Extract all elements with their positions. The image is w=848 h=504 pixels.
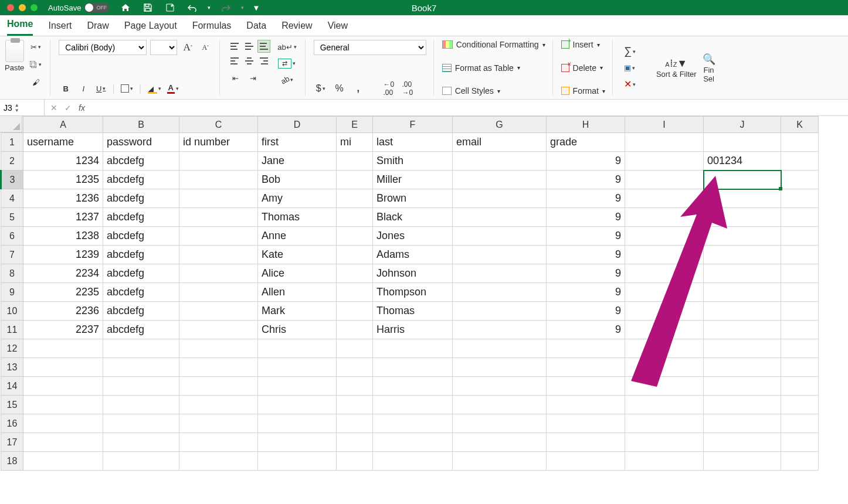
- autosave-toggle[interactable]: OFF: [84, 3, 109, 12]
- cell-G12[interactable]: [453, 339, 547, 358]
- cell-B9[interactable]: abcdefg: [103, 283, 179, 302]
- cell-F10[interactable]: Thomas: [373, 302, 453, 321]
- cell-K1[interactable]: [781, 133, 819, 152]
- cell-A8[interactable]: 2234: [23, 264, 103, 283]
- column-header-I[interactable]: I: [625, 117, 704, 133]
- cell-C16[interactable]: [179, 414, 258, 433]
- cell-K17[interactable]: [781, 433, 819, 452]
- row-header-1[interactable]: 1: [1, 133, 23, 152]
- cell-E14[interactable]: [337, 377, 373, 396]
- minimize-window-button[interactable]: [19, 4, 26, 11]
- cell-E4[interactable]: [337, 189, 373, 208]
- cell-H13[interactable]: [547, 358, 625, 377]
- cell-H16[interactable]: [547, 414, 625, 433]
- row-header-5[interactable]: 5: [1, 208, 23, 227]
- cell-E15[interactable]: [337, 396, 373, 414]
- cell-B13[interactable]: [103, 358, 179, 377]
- row-header-13[interactable]: 13: [1, 358, 23, 377]
- cell-G5[interactable]: [453, 208, 547, 227]
- cell-I10[interactable]: [625, 302, 704, 321]
- cell-E3[interactable]: [337, 171, 373, 189]
- cell-I13[interactable]: [625, 358, 704, 377]
- cell-A12[interactable]: [23, 339, 103, 358]
- row-header-6[interactable]: 6: [1, 227, 23, 246]
- cell-F4[interactable]: Brown: [373, 189, 453, 208]
- row-header-18[interactable]: 18: [1, 452, 23, 471]
- cell-F7[interactable]: Adams: [373, 246, 453, 264]
- merge-button[interactable]: ⇄: [276, 56, 297, 70]
- wrap-text-button[interactable]: ab↵: [276, 40, 297, 54]
- align-left-button[interactable]: [228, 55, 241, 67]
- decrease-decimal-button[interactable]: .00→0: [401, 81, 415, 96]
- cell-K11[interactable]: [781, 321, 819, 339]
- cell-B16[interactable]: [103, 414, 179, 433]
- save-icon[interactable]: [141, 1, 155, 15]
- underline-button[interactable]: U: [94, 81, 108, 96]
- clipboard-icon[interactable]: [5, 40, 24, 62]
- cell-H2[interactable]: 9: [547, 152, 625, 171]
- cell-I17[interactable]: [625, 433, 704, 452]
- cell-B14[interactable]: [103, 377, 179, 396]
- cell-H10[interactable]: 9: [547, 302, 625, 321]
- cell-G2[interactable]: [453, 152, 547, 171]
- cell-K12[interactable]: [781, 339, 819, 358]
- cell-G8[interactable]: [453, 264, 547, 283]
- cell-E10[interactable]: [337, 302, 373, 321]
- cell-D12[interactable]: [258, 339, 337, 358]
- orientation-button[interactable]: ab: [276, 73, 297, 87]
- cell-H18[interactable]: [547, 452, 625, 471]
- clear-button[interactable]: ✕: [621, 77, 639, 91]
- cell-D14[interactable]: [258, 377, 337, 396]
- cell-E5[interactable]: [337, 208, 373, 227]
- cell-J12[interactable]: [704, 339, 781, 358]
- comma-format-button[interactable]: ,: [351, 81, 365, 96]
- cell-A4[interactable]: 1236: [23, 189, 103, 208]
- cell-H9[interactable]: 9: [547, 283, 625, 302]
- cell-G1[interactable]: email: [453, 133, 547, 152]
- row-header-16[interactable]: 16: [1, 414, 23, 433]
- cell-K6[interactable]: [781, 227, 819, 246]
- cell-C12[interactable]: [179, 339, 258, 358]
- cell-C17[interactable]: [179, 433, 258, 452]
- cell-B8[interactable]: abcdefg: [103, 264, 179, 283]
- cell-C11[interactable]: [179, 321, 258, 339]
- cell-C4[interactable]: [179, 189, 258, 208]
- cell-A11[interactable]: 2237: [23, 321, 103, 339]
- cell-F18[interactable]: [373, 452, 453, 471]
- cancel-formula-icon[interactable]: ✕: [50, 103, 57, 113]
- cell-J18[interactable]: [704, 452, 781, 471]
- cell-G6[interactable]: [453, 227, 547, 246]
- cell-J6[interactable]: [704, 227, 781, 246]
- autosum-button[interactable]: ∑: [621, 45, 639, 59]
- tab-data[interactable]: Data: [246, 21, 266, 36]
- cell-I11[interactable]: [625, 321, 704, 339]
- cell-E16[interactable]: [337, 414, 373, 433]
- cell-H1[interactable]: grade: [547, 133, 625, 152]
- font-color-button[interactable]: A: [166, 81, 180, 96]
- cell-F17[interactable]: [373, 433, 453, 452]
- cell-C14[interactable]: [179, 377, 258, 396]
- cell-D15[interactable]: [258, 396, 337, 414]
- cell-F16[interactable]: [373, 414, 453, 433]
- cell-D5[interactable]: Thomas: [258, 208, 337, 227]
- cell-E9[interactable]: [337, 283, 373, 302]
- cell-B15[interactable]: [103, 396, 179, 414]
- cell-B1[interactable]: password: [103, 133, 179, 152]
- cell-J5[interactable]: [704, 208, 781, 227]
- home-icon[interactable]: [118, 1, 133, 15]
- cell-G14[interactable]: [453, 377, 547, 396]
- cell-D4[interactable]: Amy: [258, 189, 337, 208]
- tab-formulas[interactable]: Formulas: [192, 21, 232, 36]
- fill-color-button[interactable]: ◢: [147, 81, 162, 96]
- cell-J4[interactable]: [704, 189, 781, 208]
- cell-I6[interactable]: [625, 227, 704, 246]
- cell-G15[interactable]: [453, 396, 547, 414]
- select-all-corner[interactable]: [0, 116, 22, 132]
- cut-button[interactable]: ✂: [29, 40, 43, 54]
- cell-D17[interactable]: [258, 433, 337, 452]
- format-cells-button[interactable]: Format ▾: [561, 86, 605, 96]
- cell-H14[interactable]: [547, 377, 625, 396]
- cell-F11[interactable]: Harris: [373, 321, 453, 339]
- cell-A7[interactable]: 1239: [23, 246, 103, 264]
- cell-G9[interactable]: [453, 283, 547, 302]
